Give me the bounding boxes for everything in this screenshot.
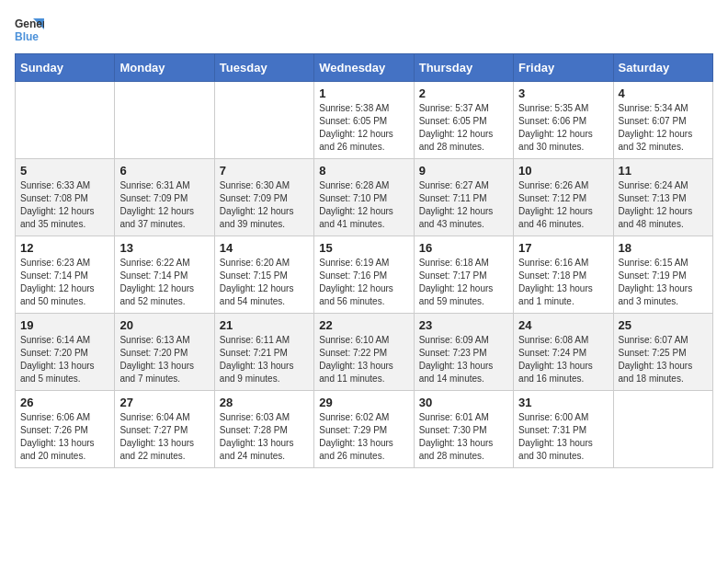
- calendar-cell: [16, 82, 115, 159]
- calendar-cell: 16Sunrise: 6:18 AM Sunset: 7:17 PM Dayli…: [414, 236, 513, 314]
- weekday-header-sunday: Sunday: [16, 54, 115, 82]
- calendar-cell: [115, 82, 214, 159]
- calendar-cell: 12Sunrise: 6:23 AM Sunset: 7:14 PM Dayli…: [16, 236, 115, 314]
- calendar-week-row: 1Sunrise: 5:38 AM Sunset: 6:05 PM Daylig…: [16, 82, 713, 159]
- day-number: 31: [518, 396, 608, 409]
- calendar-week-row: 26Sunrise: 6:06 AM Sunset: 7:26 PM Dayli…: [16, 391, 713, 468]
- calendar-cell: 11Sunrise: 6:24 AM Sunset: 7:13 PM Dayli…: [613, 159, 712, 236]
- calendar-cell: 8Sunrise: 6:28 AM Sunset: 7:10 PM Daylig…: [314, 159, 414, 236]
- day-number: 6: [119, 164, 209, 178]
- calendar-cell: 28Sunrise: 6:03 AM Sunset: 7:28 PM Dayli…: [214, 391, 313, 468]
- day-info: Sunrise: 6:27 AM Sunset: 7:11 PM Dayligh…: [419, 179, 508, 231]
- day-number: 16: [419, 241, 508, 255]
- calendar-cell: [214, 82, 313, 159]
- calendar-cell: 18Sunrise: 6:15 AM Sunset: 7:19 PM Dayli…: [613, 236, 712, 314]
- day-number: 8: [319, 164, 408, 178]
- day-info: Sunrise: 6:09 AM Sunset: 7:23 PM Dayligh…: [419, 334, 508, 385]
- day-number: 15: [319, 241, 408, 255]
- day-info: Sunrise: 6:18 AM Sunset: 7:17 PM Dayligh…: [419, 257, 508, 308]
- day-number: 25: [619, 318, 708, 332]
- calendar-cell: 7Sunrise: 6:30 AM Sunset: 7:09 PM Daylig…: [214, 159, 313, 236]
- svg-text:General: General: [15, 17, 44, 30]
- day-info: Sunrise: 6:01 AM Sunset: 7:30 PM Dayligh…: [419, 411, 508, 463]
- day-info: Sunrise: 6:20 AM Sunset: 7:15 PM Dayligh…: [220, 257, 309, 308]
- calendar-cell: 6Sunrise: 6:31 AM Sunset: 7:09 PM Daylig…: [115, 159, 214, 236]
- day-number: 4: [619, 86, 708, 100]
- weekday-header-friday: Friday: [514, 54, 613, 82]
- day-info: Sunrise: 6:15 AM Sunset: 7:19 PM Dayligh…: [619, 257, 708, 308]
- day-number: 27: [119, 396, 209, 409]
- day-info: Sunrise: 6:28 AM Sunset: 7:10 PM Dayligh…: [319, 179, 408, 231]
- weekday-header-wednesday: Wednesday: [314, 54, 414, 82]
- day-info: Sunrise: 6:14 AM Sunset: 7:20 PM Dayligh…: [20, 334, 109, 385]
- day-info: Sunrise: 6:23 AM Sunset: 7:14 PM Dayligh…: [20, 257, 109, 308]
- calendar-week-row: 5Sunrise: 6:33 AM Sunset: 7:08 PM Daylig…: [16, 159, 713, 236]
- calendar-table: SundayMondayTuesdayWednesdayThursdayFrid…: [15, 53, 713, 468]
- day-info: Sunrise: 6:03 AM Sunset: 7:28 PM Dayligh…: [220, 411, 309, 463]
- day-info: Sunrise: 6:33 AM Sunset: 7:08 PM Dayligh…: [20, 179, 109, 231]
- calendar-cell: 30Sunrise: 6:01 AM Sunset: 7:30 PM Dayli…: [414, 391, 513, 468]
- calendar-cell: 20Sunrise: 6:13 AM Sunset: 7:20 PM Dayli…: [115, 314, 214, 391]
- day-info: Sunrise: 6:31 AM Sunset: 7:09 PM Dayligh…: [119, 179, 209, 231]
- svg-text:Blue: Blue: [15, 30, 39, 43]
- calendar-week-row: 12Sunrise: 6:23 AM Sunset: 7:14 PM Dayli…: [16, 236, 713, 314]
- day-number: 23: [419, 318, 508, 332]
- calendar-cell: 29Sunrise: 6:02 AM Sunset: 7:29 PM Dayli…: [314, 391, 414, 468]
- calendar-cell: 13Sunrise: 6:22 AM Sunset: 7:14 PM Dayli…: [115, 236, 214, 314]
- day-info: Sunrise: 5:34 AM Sunset: 6:07 PM Dayligh…: [619, 102, 708, 154]
- day-number: 14: [220, 241, 309, 255]
- day-info: Sunrise: 5:37 AM Sunset: 6:05 PM Dayligh…: [419, 102, 508, 154]
- day-number: 10: [518, 164, 608, 178]
- calendar-cell: 10Sunrise: 6:26 AM Sunset: 7:12 PM Dayli…: [514, 159, 613, 236]
- calendar-cell: 9Sunrise: 6:27 AM Sunset: 7:11 PM Daylig…: [414, 159, 513, 236]
- calendar-cell: 23Sunrise: 6:09 AM Sunset: 7:23 PM Dayli…: [414, 314, 513, 391]
- day-info: Sunrise: 5:38 AM Sunset: 6:05 PM Dayligh…: [319, 102, 408, 154]
- day-info: Sunrise: 6:26 AM Sunset: 7:12 PM Dayligh…: [518, 179, 608, 231]
- day-number: 28: [220, 396, 309, 409]
- calendar-cell: 26Sunrise: 6:06 AM Sunset: 7:26 PM Dayli…: [16, 391, 115, 468]
- day-number: 7: [220, 164, 309, 178]
- day-info: Sunrise: 6:22 AM Sunset: 7:14 PM Dayligh…: [119, 257, 209, 308]
- day-number: 17: [518, 241, 608, 255]
- day-info: Sunrise: 6:02 AM Sunset: 7:29 PM Dayligh…: [319, 411, 408, 463]
- weekday-header-row: SundayMondayTuesdayWednesdayThursdayFrid…: [16, 54, 713, 82]
- calendar-cell: 14Sunrise: 6:20 AM Sunset: 7:15 PM Dayli…: [214, 236, 313, 314]
- day-info: Sunrise: 5:35 AM Sunset: 6:06 PM Dayligh…: [518, 102, 608, 154]
- day-number: 20: [119, 318, 209, 332]
- day-info: Sunrise: 6:08 AM Sunset: 7:24 PM Dayligh…: [518, 334, 608, 385]
- page-header: GeneralBlue: [15, 15, 713, 44]
- calendar-cell: 31Sunrise: 6:00 AM Sunset: 7:31 PM Dayli…: [514, 391, 613, 468]
- day-info: Sunrise: 6:13 AM Sunset: 7:20 PM Dayligh…: [119, 334, 209, 385]
- day-number: 1: [319, 86, 408, 100]
- day-info: Sunrise: 6:11 AM Sunset: 7:21 PM Dayligh…: [220, 334, 309, 385]
- calendar-cell: 2Sunrise: 5:37 AM Sunset: 6:05 PM Daylig…: [414, 82, 513, 159]
- day-number: 18: [619, 241, 708, 255]
- day-info: Sunrise: 6:16 AM Sunset: 7:18 PM Dayligh…: [518, 257, 608, 308]
- day-number: 24: [518, 318, 608, 332]
- day-number: 2: [419, 86, 508, 100]
- day-number: 12: [20, 241, 109, 255]
- day-number: 5: [20, 164, 109, 178]
- logo: GeneralBlue: [15, 15, 44, 44]
- calendar-cell: 1Sunrise: 5:38 AM Sunset: 6:05 PM Daylig…: [314, 82, 414, 159]
- day-number: 19: [20, 318, 109, 332]
- calendar-cell: 24Sunrise: 6:08 AM Sunset: 7:24 PM Dayli…: [514, 314, 613, 391]
- day-info: Sunrise: 6:07 AM Sunset: 7:25 PM Dayligh…: [619, 334, 708, 385]
- calendar-cell: 19Sunrise: 6:14 AM Sunset: 7:20 PM Dayli…: [16, 314, 115, 391]
- calendar-cell: 4Sunrise: 5:34 AM Sunset: 6:07 PM Daylig…: [613, 82, 712, 159]
- day-info: Sunrise: 6:24 AM Sunset: 7:13 PM Dayligh…: [619, 179, 708, 231]
- day-info: Sunrise: 6:00 AM Sunset: 7:31 PM Dayligh…: [518, 411, 608, 463]
- day-number: 3: [518, 86, 608, 100]
- calendar-cell: 15Sunrise: 6:19 AM Sunset: 7:16 PM Dayli…: [314, 236, 414, 314]
- day-number: 13: [119, 241, 209, 255]
- calendar-cell: 22Sunrise: 6:10 AM Sunset: 7:22 PM Dayli…: [314, 314, 414, 391]
- day-info: Sunrise: 6:06 AM Sunset: 7:26 PM Dayligh…: [20, 411, 109, 463]
- weekday-header-tuesday: Tuesday: [214, 54, 313, 82]
- day-number: 26: [20, 396, 109, 409]
- calendar-cell: [613, 391, 712, 468]
- day-number: 9: [419, 164, 508, 178]
- calendar-cell: 3Sunrise: 5:35 AM Sunset: 6:06 PM Daylig…: [514, 82, 613, 159]
- calendar-week-row: 19Sunrise: 6:14 AM Sunset: 7:20 PM Dayli…: [16, 314, 713, 391]
- day-number: 29: [319, 396, 408, 409]
- day-info: Sunrise: 6:19 AM Sunset: 7:16 PM Dayligh…: [319, 257, 408, 308]
